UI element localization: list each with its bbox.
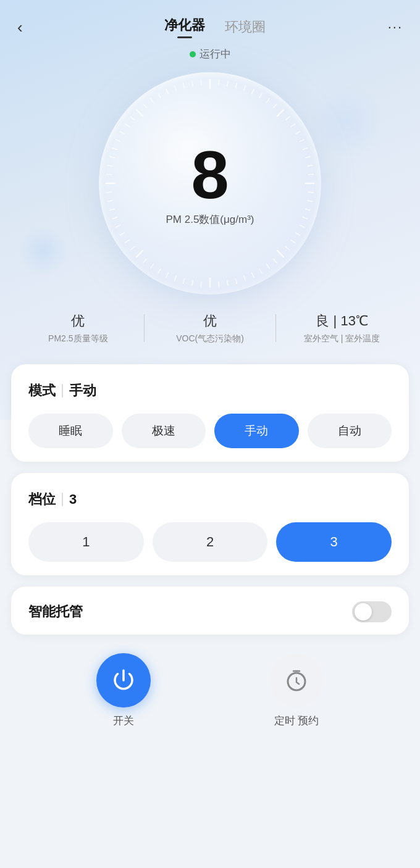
stat-pm25-value: 优 [71, 312, 85, 330]
stat-voc-value: 优 [203, 312, 217, 330]
toggle-knob [355, 603, 372, 620]
svg-line-61 [125, 124, 129, 127]
svg-line-52 [108, 201, 113, 201]
svg-line-56 [108, 165, 113, 166]
dial-circle: 8 PM 2.5数值(μg/m³) [99, 72, 321, 294]
smart-toggle[interactable] [352, 601, 392, 622]
gear-btn-3[interactable]: 3 [276, 522, 392, 562]
svg-line-68 [175, 86, 177, 91]
svg-line-43 [151, 264, 154, 269]
svg-line-6 [259, 94, 262, 98]
stat-pm25-label: PM2.5质量等级 [48, 333, 107, 344]
dial-area: 8 PM 2.5数值(μg/m³) [0, 72, 420, 294]
svg-line-1 [219, 80, 219, 85]
mode-card-header: 模式 手动 [28, 382, 392, 400]
svg-line-19 [308, 192, 313, 193]
dial-inner: 8 PM 2.5数值(μg/m³) [166, 141, 254, 227]
svg-line-66 [158, 94, 161, 98]
svg-line-48 [120, 233, 125, 235]
stat-outdoor-value: 良 | 13℃ [316, 312, 368, 330]
gear-subtitle: 3 [69, 491, 77, 507]
svg-line-17 [308, 174, 313, 175]
svg-line-53 [107, 192, 112, 193]
svg-line-11 [291, 124, 295, 127]
stat-pm25: 优 PM2.5质量等级 [12, 312, 144, 344]
svg-line-20 [308, 201, 313, 201]
svg-line-10 [286, 117, 290, 120]
svg-line-41 [166, 273, 168, 277]
mode-title: 模式 [28, 382, 56, 400]
svg-line-69 [183, 83, 185, 88]
mode-btn-sleep[interactable]: 睡眠 [28, 414, 113, 448]
svg-line-28 [274, 259, 277, 263]
svg-line-44 [143, 259, 146, 263]
bottom-bar: 开关 定时 预约 [0, 638, 420, 746]
svg-line-26 [286, 247, 290, 250]
blob-decor-2 [19, 227, 68, 276]
svg-line-27 [277, 251, 284, 257]
power-item[interactable]: 开关 [96, 653, 151, 728]
status-bar: 运行中 [0, 47, 420, 61]
mode-card: 模式 手动 睡眠 极速 手动 自动 [11, 364, 409, 462]
svg-line-3 [235, 83, 237, 88]
svg-line-63 [136, 110, 143, 116]
svg-line-4 [244, 86, 246, 91]
svg-line-67 [166, 90, 168, 94]
svg-line-42 [158, 269, 161, 273]
back-button[interactable]: ‹ [17, 18, 42, 37]
stats-row: 优 PM2.5质量等级 优 VOC(气态污染物) 良 | 13℃ 室外空气 | … [0, 312, 420, 344]
stat-voc: 优 VOC(气态污染物) [145, 312, 276, 344]
pm25-value: 8 [191, 141, 229, 209]
svg-line-8 [274, 104, 277, 107]
gear-buttons: 1 2 3 [28, 522, 392, 562]
gear-btn-1[interactable]: 1 [28, 522, 144, 562]
svg-line-7 [267, 98, 270, 102]
svg-line-5 [252, 90, 254, 94]
svg-line-55 [107, 174, 112, 175]
svg-line-15 [306, 157, 311, 158]
power-button[interactable] [96, 653, 151, 707]
svg-line-22 [303, 217, 308, 219]
svg-line-16 [308, 165, 313, 166]
gear-card-header: 档位 3 [28, 490, 392, 509]
mode-buttons: 睡眠 极速 手动 自动 [28, 414, 392, 448]
svg-line-64 [143, 104, 146, 107]
mode-btn-manual[interactable]: 手动 [214, 414, 299, 448]
svg-line-29 [267, 264, 270, 269]
smart-card: 智能托管 [11, 586, 409, 635]
svg-line-25 [291, 240, 295, 243]
power-icon [110, 667, 137, 694]
svg-line-39 [183, 279, 185, 284]
svg-line-35 [219, 282, 219, 286]
tab-environment[interactable]: 环境圈 [225, 18, 266, 36]
header-tabs: 净化器 环境圈 [164, 16, 266, 38]
svg-line-65 [151, 98, 154, 102]
svg-line-60 [120, 131, 125, 134]
svg-line-13 [300, 140, 304, 141]
svg-line-71 [201, 80, 201, 85]
more-button[interactable]: ··· [388, 19, 403, 35]
svg-line-12 [296, 131, 300, 134]
mode-subtitle: 手动 [69, 382, 96, 400]
svg-line-2 [227, 81, 228, 86]
tab-purifier[interactable]: 净化器 [164, 16, 205, 38]
svg-line-24 [296, 233, 300, 235]
svg-line-50 [112, 217, 117, 219]
timer-icon [284, 667, 309, 693]
pm25-label: PM 2.5数值(μg/m³) [166, 212, 254, 227]
svg-line-38 [192, 281, 193, 286]
svg-line-23 [300, 225, 304, 227]
header: ‹ 净化器 环境圈 ··· [0, 0, 420, 43]
gear-title: 档位 [28, 490, 56, 509]
gear-btn-2[interactable]: 2 [153, 522, 268, 562]
stat-voc-label: VOC(气态污染物) [176, 333, 244, 344]
svg-line-45 [136, 251, 143, 257]
gear-title-divider [62, 493, 63, 506]
mode-btn-auto[interactable]: 自动 [308, 414, 392, 448]
mode-btn-turbo[interactable]: 极速 [122, 414, 206, 448]
timer-item[interactable]: 定时 预约 [269, 653, 324, 728]
svg-line-62 [130, 117, 134, 120]
timer-button[interactable] [269, 653, 324, 707]
stat-outdoor-label: 室外空气 | 室外温度 [304, 333, 380, 344]
svg-line-33 [235, 279, 237, 284]
